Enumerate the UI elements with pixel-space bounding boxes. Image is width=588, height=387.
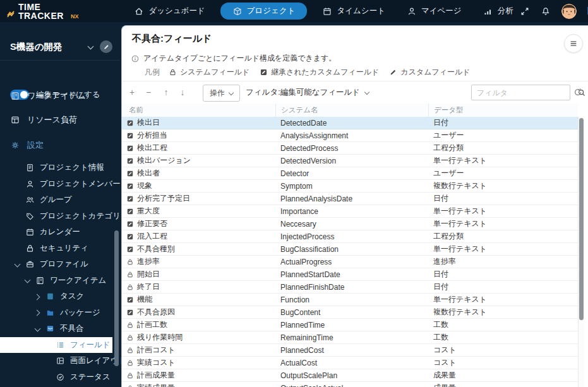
nav-label: ダッシュボード xyxy=(148,6,205,16)
field-name: 混入工程 xyxy=(137,231,167,242)
sidebar-item-bug[interactable]: 不具合 xyxy=(0,321,112,337)
sidebar-item-project-members[interactable]: プロジェクトメンバー xyxy=(0,176,112,193)
sidebar-item-label: フィールド xyxy=(69,340,111,350)
inherited-custom-field-icon xyxy=(126,309,134,316)
field-system-name: AnalysisAssignment xyxy=(275,131,428,140)
table-row[interactable]: 終了日 PlannedFinishDate 日付 xyxy=(122,281,578,294)
filter-search-input[interactable] xyxy=(472,85,577,100)
sidebar-item-groups[interactable]: グループ xyxy=(0,192,112,208)
table-row[interactable]: 検出工程 DetectedProcess 工程分類 xyxy=(122,142,578,155)
field-data-type: 日付 xyxy=(428,117,578,128)
table-row[interactable]: 分析完了予定日 PlannedAnalysisDate 日付 xyxy=(122,193,578,205)
table-row[interactable]: 検出バージョン DetectedVersion 単一行テキスト xyxy=(122,155,578,167)
sidebar-item-package[interactable]: パッケージ xyxy=(0,305,112,321)
table-row[interactable]: 現象 Symptom 複数行テキスト xyxy=(122,180,578,193)
system-field-lock-icon xyxy=(126,271,134,278)
table-scrollbar-thumb[interactable] xyxy=(579,118,584,320)
field-data-type: 工数 xyxy=(428,332,578,343)
sidebar-scrollbar[interactable] xyxy=(114,230,119,366)
app-logo[interactable]: TIME TRACKER NX xyxy=(6,3,78,20)
remove-field-button[interactable]: − xyxy=(141,85,156,100)
table-row[interactable]: 計画コスト PlannedCost コスト xyxy=(122,344,578,357)
sidebar-item-settings[interactable]: 設定 xyxy=(0,137,120,153)
field-name: 検出工程 xyxy=(137,143,167,153)
table-row[interactable]: 不具合種別 BugClassification 単一行テキスト xyxy=(122,243,578,256)
table-row[interactable]: 機能 Function 単一行テキスト xyxy=(122,294,578,306)
sidebar-item-screen-layout[interactable]: 画面レイアウト xyxy=(0,353,112,369)
sidebar-item-calendar[interactable]: カレンダー xyxy=(0,224,112,241)
operation-label: 操作 xyxy=(210,88,225,98)
column-header-type[interactable]: データ型 xyxy=(428,104,578,117)
nav-timesheet[interactable]: タイムシート xyxy=(316,3,391,20)
sidebar-item-work-items[interactable]: ワークアイテム xyxy=(0,88,120,104)
field-data-type: 単一行テキスト xyxy=(428,206,578,217)
system-field-lock-icon xyxy=(126,347,134,354)
project-chevron-down-icon[interactable] xyxy=(86,42,95,51)
table-row[interactable]: 計画工数 PlannedTime 工数 xyxy=(122,319,578,331)
user-avatar[interactable] xyxy=(561,4,577,19)
sidebar-item-fields[interactable]: フィールド xyxy=(0,337,112,354)
sidebar-item-label: タスク xyxy=(59,291,84,302)
field-data-type: 進捗率 xyxy=(428,256,578,267)
page-title: 不具合:フィールド xyxy=(132,33,212,45)
column-header-system[interactable]: システム名 xyxy=(275,104,428,117)
table-row[interactable]: 実績コスト ActualCost コスト xyxy=(122,357,578,369)
sidebar-item-project-category[interactable]: プロジェクトカテゴリ xyxy=(0,208,112,225)
sidebar-item-project-info[interactable]: プロジェクト情報 xyxy=(0,160,112,176)
table-row[interactable]: 残り作業時間 RemainingTime 工数 xyxy=(122,331,578,344)
table-row[interactable]: 不具合原因 BugContent 複数行テキスト xyxy=(122,306,578,319)
sidebar-item-work-items[interactable]: ワークアイテム xyxy=(0,273,112,289)
field-system-name: PlannedStartDate xyxy=(275,270,428,279)
cube-icon xyxy=(232,6,243,16)
sidebar-item-resource-load[interactable]: リソース負荷 xyxy=(0,112,120,128)
move-up-button[interactable]: ↑ xyxy=(159,85,174,100)
field-data-type: 複数行テキスト xyxy=(428,181,578,191)
refresh-icon[interactable] xyxy=(573,87,583,97)
table-row[interactable]: 検出者 Detector ユーザー xyxy=(122,167,578,180)
item-icon xyxy=(45,308,55,318)
nav-projects[interactable]: プロジェクト xyxy=(220,3,308,20)
sidebar-item-profile[interactable]: プロファイル xyxy=(0,256,112,273)
system-field-lock-icon xyxy=(126,372,134,379)
nav-analysis[interactable]: 分析 xyxy=(477,3,520,20)
table-row[interactable]: 混入工程 InjectedProcess 工程分類 xyxy=(122,230,578,243)
calendar-icon xyxy=(322,6,332,16)
table-rows: 検出日 DetectedDate 日付 分析担当 AnalysisAssignm… xyxy=(122,117,578,387)
table-row[interactable]: 検出日 DetectedDate 日付 xyxy=(122,117,578,129)
nav-mypage[interactable]: マイページ xyxy=(400,3,468,20)
nav-dashboard[interactable]: ダッシュボード xyxy=(128,3,211,20)
sidebar-item-label: プロジェクトカテゴリ xyxy=(39,211,121,222)
item-icon xyxy=(45,292,55,301)
field-data-type: 単一行テキスト xyxy=(428,294,578,305)
sidebar-item-label: リソース負荷 xyxy=(27,114,77,126)
project-edit-button[interactable] xyxy=(100,40,112,53)
filter-dropdown[interactable]: フィルタ:編集可能なフィールド xyxy=(246,85,370,100)
table-scrollbar-track[interactable] xyxy=(578,117,584,387)
project-title-row: S機器の開発 xyxy=(0,33,120,61)
field-data-type: 複数行テキスト xyxy=(428,307,578,318)
sidebar-item-task[interactable]: タスク xyxy=(0,289,112,305)
sidebar: S機器の開発 編集モードにする ワークアイテム リソース負荷 設定 プロジェクト… xyxy=(0,22,120,387)
expand-icon[interactable] xyxy=(520,6,530,16)
column-header-name[interactable]: 名前 xyxy=(122,104,275,117)
field-system-name: DetectedDate xyxy=(275,119,428,128)
table-row[interactable]: 重大度 Importance 単一行テキスト xyxy=(122,205,578,218)
move-down-button[interactable]: ↓ xyxy=(175,85,190,100)
field-data-type: 日付 xyxy=(428,282,578,292)
table-row[interactable]: 実績成果量 OutputScaleActual 成果量 xyxy=(122,382,578,387)
notifications-bell-icon[interactable] xyxy=(541,6,551,16)
table-row[interactable]: 開始日 PlannedStartDate 日付 xyxy=(122,268,578,281)
field-system-name: Neccesary xyxy=(275,220,428,229)
page-menu-button[interactable] xyxy=(564,34,583,53)
operation-dropdown[interactable]: 操作 xyxy=(203,85,240,102)
sidebar-item-security[interactable]: セキュリティ xyxy=(0,241,112,257)
add-field-button[interactable]: + xyxy=(124,85,140,100)
field-system-name: DetectedProcess xyxy=(275,144,428,153)
table-row[interactable]: 修正要否 Neccesary 単一行テキスト xyxy=(122,218,578,230)
table-row[interactable]: 分析担当 AnalysisAssignment ユーザー xyxy=(122,129,578,142)
sidebar-item-status[interactable]: ステータス xyxy=(0,369,112,386)
inherited-custom-field-icon xyxy=(126,296,134,304)
table-row[interactable]: 進捗率 ActualProgress 進捗率 xyxy=(122,256,578,268)
table-row[interactable]: 計画成果量 OutputScalePlan 成果量 xyxy=(122,369,578,382)
field-name: 検出者 xyxy=(137,168,160,179)
